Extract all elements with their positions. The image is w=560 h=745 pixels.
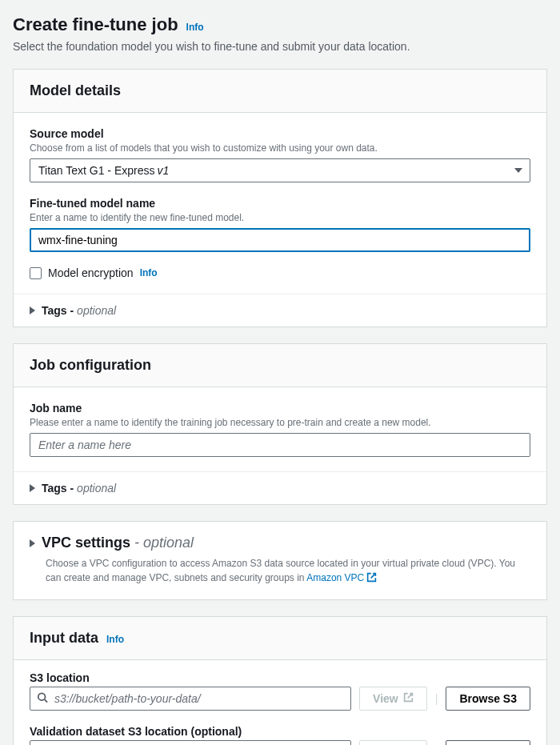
source-model-hint: Choose from a list of models that you wi… xyxy=(30,142,530,154)
model-name-label: Fine-tuned model name xyxy=(30,197,530,210)
s3-location-field: S3 location View | Browse S3 xyxy=(30,671,530,711)
caret-right-icon xyxy=(30,539,35,547)
vpc-optional: optional xyxy=(143,535,194,551)
vpc-settings-toggle[interactable]: VPC settings - optional xyxy=(14,522,546,556)
model-name-field: Fine-tuned model name Enter a name to id… xyxy=(30,197,530,252)
model-details-panel: Model details Source model Choose from a… xyxy=(13,69,547,327)
s3-view-button[interactable]: View xyxy=(359,687,427,711)
model-details-tags-toggle[interactable]: Tags - optional xyxy=(14,294,546,326)
caret-right-icon xyxy=(30,484,35,492)
job-name-field: Job name Please enter a name to identify… xyxy=(30,402,530,457)
svg-point-0 xyxy=(38,693,46,700)
source-model-selected-base: Titan Text G1 - Express xyxy=(38,164,155,177)
page-subtitle: Select the foundation model you wish to … xyxy=(13,40,547,53)
s3-location-input[interactable] xyxy=(30,687,351,711)
model-encryption-label: Model encryption xyxy=(48,266,134,279)
validation-s3-field: Validation dataset S3 location (optional… xyxy=(30,725,530,745)
validation-s3-input[interactable] xyxy=(30,740,351,745)
job-name-label: Job name xyxy=(30,402,530,415)
vpc-desc: Choose a VPC configuration to access Ama… xyxy=(14,556,546,599)
input-data-info-link[interactable]: Info xyxy=(106,634,124,645)
page-header: Create fine-tune job Info Select the fou… xyxy=(13,14,547,53)
job-config-panel: Job configuration Job name Please enter … xyxy=(13,343,547,505)
job-name-input[interactable] xyxy=(30,433,530,457)
model-encryption-checkbox[interactable] xyxy=(30,267,42,279)
tags-optional: optional xyxy=(77,304,116,317)
model-name-input[interactable] xyxy=(30,228,530,252)
search-icon xyxy=(37,692,48,706)
source-model-selected-version: v1 xyxy=(158,164,170,177)
job-name-hint: Please enter a name to identify the trai… xyxy=(30,417,530,428)
source-model-label: Source model xyxy=(30,127,530,140)
page-title: Create fine-tune job xyxy=(13,14,178,35)
source-model-select[interactable]: Titan Text G1 - Express v1 xyxy=(30,158,530,182)
divider: | xyxy=(435,692,438,705)
validation-view-button[interactable]: View xyxy=(359,740,427,745)
model-encryption-field: Model encryption Info xyxy=(30,266,530,279)
info-link[interactable]: Info xyxy=(186,22,204,33)
caret-right-icon xyxy=(30,306,35,314)
job-config-tags-toggle[interactable]: Tags - optional xyxy=(14,472,546,504)
model-name-hint: Enter a name to identify the new fine-tu… xyxy=(30,212,530,223)
tags-label: Tags - xyxy=(42,304,74,317)
amazon-vpc-link[interactable]: Amazon VPC xyxy=(306,572,364,583)
tags-label: Tags - xyxy=(42,482,74,495)
vpc-title-text: VPC settings xyxy=(42,535,130,551)
s3-location-label: S3 location xyxy=(30,671,530,684)
panel-title-model-details: Model details xyxy=(30,82,530,99)
validation-s3-label: Validation dataset S3 location (optional… xyxy=(30,725,530,738)
external-link-icon xyxy=(366,572,377,587)
tags-optional: optional xyxy=(77,482,116,495)
panel-title-job-config: Job configuration xyxy=(30,357,530,374)
panel-title-input-data: Input data xyxy=(30,630,98,647)
input-data-panel: Input data Info S3 location View | Brows… xyxy=(13,616,547,745)
source-model-field: Source model Choose from a list of model… xyxy=(30,127,530,182)
model-encryption-info-link[interactable]: Info xyxy=(140,267,158,278)
s3-browse-button[interactable]: Browse S3 xyxy=(446,687,530,711)
vpc-settings-panel: VPC settings - optional Choose a VPC con… xyxy=(13,521,547,600)
external-link-icon xyxy=(403,692,414,705)
validation-browse-button[interactable]: Browse S3 xyxy=(446,740,530,745)
chevron-down-icon xyxy=(514,168,522,173)
